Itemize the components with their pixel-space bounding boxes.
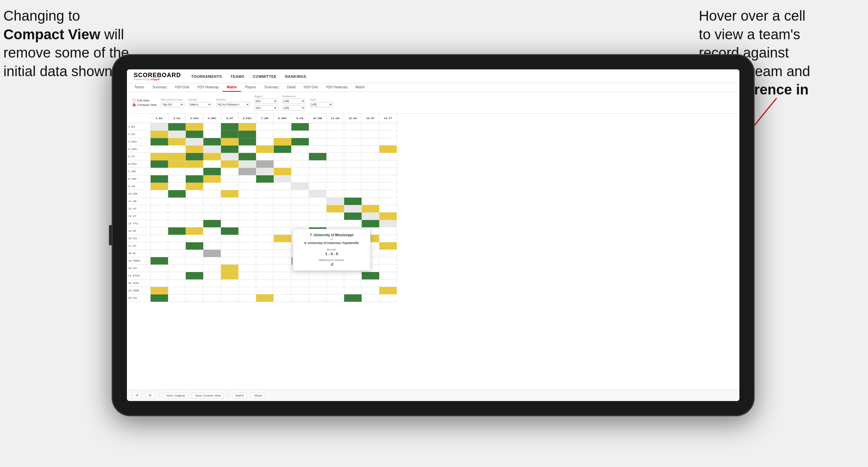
matrix-cell[interactable] xyxy=(291,123,309,131)
matrix-cell[interactable] xyxy=(327,190,344,198)
matrix-cell[interactable] xyxy=(221,131,239,138)
matrix-cell[interactable] xyxy=(379,272,397,280)
matrix-cell[interactable] xyxy=(309,168,327,175)
matrix-cell[interactable] xyxy=(291,213,309,220)
matrix-cell[interactable] xyxy=(221,153,239,160)
matrix-cell[interactable] xyxy=(362,123,379,131)
matrix-cell[interactable] xyxy=(168,175,186,183)
matrix-cell[interactable] xyxy=(274,175,291,183)
matrix-cell[interactable] xyxy=(151,190,168,198)
region-select1[interactable]: N/A xyxy=(254,98,278,104)
matrix-cell[interactable] xyxy=(203,131,221,138)
matrix-cell[interactable] xyxy=(151,198,168,205)
matrix-cell[interactable] xyxy=(309,131,327,138)
matrix-cell[interactable] xyxy=(362,190,379,198)
matrix-cell[interactable] xyxy=(221,190,239,198)
matrix-cell[interactable] xyxy=(186,198,203,205)
matrix-cell[interactable] xyxy=(344,213,362,220)
matrix-cell[interactable] xyxy=(291,190,309,198)
matrix-cell[interactable] xyxy=(203,227,221,235)
matrix-cell[interactable] xyxy=(186,213,203,220)
matrix-cell[interactable] xyxy=(309,272,327,280)
matrix-cell[interactable] xyxy=(256,175,274,183)
matrix-cell[interactable] xyxy=(256,160,274,168)
matrix-cell[interactable] xyxy=(309,153,327,160)
matrix-cell[interactable] xyxy=(186,272,203,280)
matrix-cell[interactable] xyxy=(291,198,309,205)
tab-h2h-heatmap2[interactable]: H2H Heatmap xyxy=(322,83,351,92)
matrix-cell[interactable] xyxy=(327,146,344,153)
matrix-cell[interactable] xyxy=(239,131,256,138)
region-select2[interactable]: N/A xyxy=(254,105,278,111)
matrix-cell[interactable] xyxy=(256,242,274,250)
matrix-cell[interactable] xyxy=(327,175,344,183)
matrix-cell[interactable] xyxy=(168,213,186,220)
matrix-cell[interactable] xyxy=(379,265,397,272)
matrix-cell[interactable] xyxy=(344,146,362,153)
tab-detail[interactable]: Detail xyxy=(283,83,300,92)
matrix-cell[interactable] xyxy=(256,265,274,272)
matrix-cell[interactable] xyxy=(256,272,274,280)
matrix-cell[interactable] xyxy=(344,138,362,146)
matrix-cell[interactable] xyxy=(344,183,362,190)
matrix-cell[interactable] xyxy=(256,153,274,160)
matrix-cell[interactable] xyxy=(362,205,379,213)
matrix-cell[interactable] xyxy=(256,168,274,175)
matrix-cell[interactable] xyxy=(221,227,239,235)
matrix-cell[interactable] xyxy=(151,153,168,160)
matrix-cell[interactable] xyxy=(186,294,203,302)
matrix-cell[interactable] xyxy=(379,213,397,220)
matrix-cell[interactable] xyxy=(151,294,168,302)
matrix-cell[interactable] xyxy=(274,294,291,302)
matrix-cell[interactable] xyxy=(239,168,256,175)
matrix-cell[interactable] xyxy=(362,138,379,146)
matrix-cell[interactable] xyxy=(203,175,221,183)
compact-view-radio-circle[interactable] xyxy=(132,103,136,107)
matrix-cell[interactable] xyxy=(291,272,309,280)
matrix-cell[interactable] xyxy=(327,294,344,302)
full-view-radio-circle[interactable] xyxy=(132,99,136,102)
matrix-cell[interactable] xyxy=(362,160,379,168)
matrix-cell[interactable] xyxy=(309,183,327,190)
matrix-cell[interactable] xyxy=(239,265,256,272)
matrix-cell[interactable] xyxy=(309,146,327,153)
matrix-cell[interactable] xyxy=(168,123,186,131)
nav-rankings[interactable]: RANKINGS xyxy=(285,73,306,80)
matrix-cell[interactable] xyxy=(256,227,274,235)
matrix-cell[interactable] xyxy=(362,294,379,302)
matrix-cell[interactable] xyxy=(239,190,256,198)
matrix-cell[interactable] xyxy=(274,160,291,168)
matrix-cell[interactable] xyxy=(274,265,291,272)
matrix-cell[interactable] xyxy=(239,220,256,227)
matrix-cell[interactable] xyxy=(309,138,327,146)
matrix-cell[interactable] xyxy=(362,220,379,227)
matrix-cell[interactable] xyxy=(256,146,274,153)
matrix-cell[interactable] xyxy=(344,280,362,287)
matrix-cell[interactable] xyxy=(344,190,362,198)
matrix-cell[interactable] xyxy=(291,131,309,138)
matrix-cell[interactable] xyxy=(309,123,327,131)
matrix-cell[interactable] xyxy=(203,138,221,146)
matrix-cell[interactable] xyxy=(186,183,203,190)
matrix-cell[interactable] xyxy=(327,220,344,227)
matrix-cell[interactable] xyxy=(186,123,203,131)
matrix-cell[interactable] xyxy=(239,205,256,213)
matrix-cell[interactable] xyxy=(151,175,168,183)
matrix-cell[interactable] xyxy=(168,272,186,280)
matrix-cell[interactable] xyxy=(203,287,221,294)
matrix-cell[interactable] xyxy=(362,131,379,138)
matrix-cell[interactable] xyxy=(151,160,168,168)
matrix-cell[interactable] xyxy=(186,190,203,198)
tab-matrix2[interactable]: Matrix xyxy=(352,83,369,92)
matrix-cell[interactable] xyxy=(344,168,362,175)
matrix-cell[interactable] xyxy=(362,175,379,183)
matrix-cell[interactable] xyxy=(151,123,168,131)
matrix-cell[interactable] xyxy=(203,294,221,302)
matrix-cell[interactable] xyxy=(256,183,274,190)
matrix-cell[interactable] xyxy=(256,205,274,213)
matrix-cell[interactable] xyxy=(379,175,397,183)
matrix-cell[interactable] xyxy=(186,250,203,257)
tab-h2h-heatmap[interactable]: H2H Heatmap xyxy=(193,83,223,92)
matrix-cell[interactable] xyxy=(327,272,344,280)
matrix-cell[interactable] xyxy=(344,287,362,294)
